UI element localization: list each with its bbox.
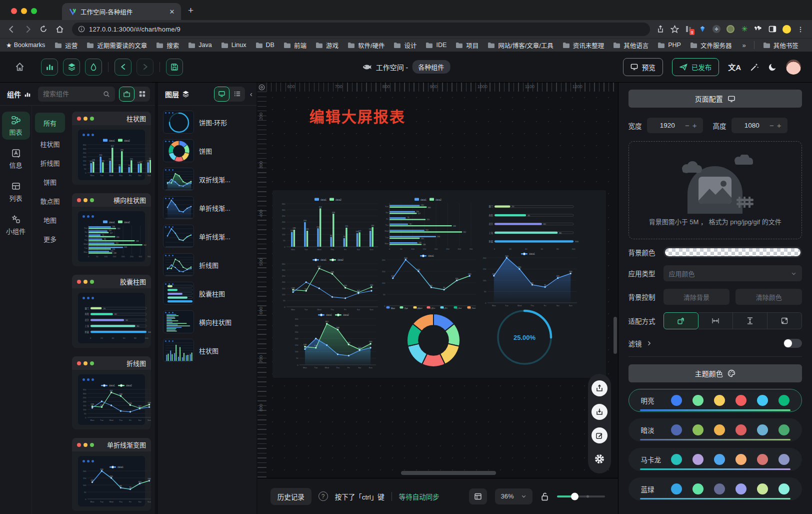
toggle-components-panel-button[interactable] (41, 59, 58, 76)
redo-button[interactable] (136, 59, 154, 76)
theme-color-dot[interactable] (692, 424, 704, 435)
theme-color-dot[interactable] (757, 454, 768, 465)
theme-color-dot[interactable] (778, 395, 790, 406)
dark-mode-moon-icon[interactable] (768, 63, 777, 72)
preview-pie-chart[interactable]: MonTueWedThuFriSatSun (380, 304, 486, 370)
bookmark-folder[interactable]: 项目 (451, 41, 483, 50)
preview-bar-chart[interactable]: data1data2050100150200250300350120138200… (280, 196, 380, 252)
help-icon[interactable]: ? (318, 491, 328, 501)
category-item[interactable]: 所有 (35, 113, 65, 133)
preview-line-chart[interactable]: data1data2050100150200250300350138130312… (280, 256, 380, 312)
width-minus-button[interactable]: − (684, 121, 691, 130)
theme-color-dot[interactable] (736, 483, 746, 494)
theme-color-dot[interactable] (671, 483, 682, 494)
preview-gradient-area-chart[interactable]: data10501001502001202001508070110130MonT… (480, 250, 578, 308)
theme-color-dot[interactable] (736, 454, 746, 465)
new-tab-button[interactable]: + (188, 5, 194, 16)
app-type-select[interactable]: 应用颜色 (664, 265, 802, 281)
layer-item[interactable]: 单折线渐... (163, 196, 252, 219)
dashboard-preview[interactable]: data1data2050100150200250300350120138200… (272, 190, 606, 378)
theme-color-dot[interactable] (757, 483, 768, 494)
side-panel-icon[interactable] (768, 25, 777, 34)
category-item[interactable]: 柱状图 (35, 136, 65, 152)
publish-button[interactable]: 已发布 (672, 58, 720, 76)
edit-icon[interactable] (592, 427, 608, 443)
layer-item[interactable]: 单折线渐... (163, 225, 252, 248)
toggle-settings-panel-button[interactable] (85, 59, 102, 76)
fit-stretch-button[interactable] (768, 312, 802, 329)
board-name-badge[interactable]: 各种组件 (412, 60, 450, 74)
preview-double-gradient-chart[interactable]: data1data2050100150200250300350138130312… (292, 311, 378, 370)
list-view-button[interactable] (230, 87, 245, 102)
page-config-header[interactable]: 页面配置 (628, 90, 802, 108)
ext-green-star-icon[interactable]: ✳ (740, 25, 749, 34)
theme-color-dot[interactable] (714, 395, 725, 406)
layout-preview-icon[interactable] (469, 488, 487, 504)
bookmark-folder[interactable]: 资讯未整理 (558, 41, 609, 50)
search-input[interactable] (43, 90, 100, 98)
theme-color-dot[interactable] (757, 395, 768, 406)
bookmark-folder[interactable]: PHP (653, 42, 686, 49)
category-item[interactable]: 饼图 (35, 174, 65, 190)
ext-circle-dark-icon[interactable]: ✣ (712, 25, 721, 34)
bookmark-folder[interactable]: IDE (421, 42, 451, 49)
width-stepper[interactable]: 1920 − + (647, 118, 703, 133)
zoom-slider-knob[interactable] (571, 492, 578, 500)
theme-color-dot[interactable] (714, 454, 725, 465)
bookmarks-label[interactable]: Bookmarks (14, 42, 46, 49)
preview-gradient-line-chart[interactable]: data10501001502001202001508070110130MonT… (380, 252, 478, 311)
settings-gear-icon[interactable] (592, 451, 608, 467)
grid-view-button[interactable] (134, 87, 150, 102)
bookmark-folder[interactable]: 运营 (50, 41, 82, 50)
close-window-button[interactable] (11, 8, 17, 14)
layer-item[interactable]: 胶囊柱图 (163, 282, 252, 305)
theme-color-dot[interactable] (714, 483, 725, 494)
bookmark-folder[interactable]: Java (184, 42, 216, 49)
category-item[interactable]: 散点图 (35, 193, 65, 209)
theme-color-dot[interactable] (671, 395, 682, 406)
zoom-slider[interactable] (557, 495, 605, 497)
bookmark-folder[interactable]: Linux (216, 42, 251, 49)
theme-color-dot[interactable] (692, 454, 704, 465)
bookmarks-overflow-chevron[interactable]: » (738, 42, 750, 49)
theme-color-dot[interactable] (736, 395, 746, 406)
preview-horizontal-bar-chart[interactable]: data1data2050100150200250300350Sun130160… (382, 196, 478, 252)
extensions-puzzle-icon[interactable] (754, 25, 763, 34)
background-upload-dropzone[interactable]: 背景图需小于 5M ， 格式为 png/jpg/gif 的文件 (628, 141, 802, 239)
bookmark-folder[interactable]: 搜索 (152, 41, 184, 50)
collapse-layers-icon[interactable]: ‹ (250, 90, 252, 98)
theme-color-dot[interactable] (778, 483, 790, 494)
rail-item-4[interactable]: 小组件 (2, 211, 30, 239)
undo-button[interactable] (114, 59, 132, 76)
minimize-window-button[interactable] (21, 8, 27, 14)
component-card[interactable]: 柱状图data1data2050100150200250300350120138… (72, 112, 151, 185)
bookmark-star-icon[interactable] (670, 25, 679, 34)
layer-item[interactable]: 双折线渐... (163, 168, 252, 191)
browser-tab[interactable]: 工作空间-各种组件 ✕ (62, 3, 181, 20)
preview-progress-ring[interactable]: 25.00% (494, 306, 556, 368)
category-item[interactable]: 折线图 (35, 155, 65, 171)
ruler-toggle-eye-icon[interactable] (258, 83, 266, 92)
rail-item-1[interactable]: 图表 (2, 112, 30, 140)
layer-item[interactable]: 饼图-环形 (163, 111, 252, 134)
magic-wand-icon[interactable] (750, 63, 759, 72)
theme-color-dot[interactable] (736, 424, 746, 435)
zoom-select[interactable]: 36% (495, 488, 532, 504)
ext-circle-olive-icon[interactable] (726, 25, 735, 34)
history-button[interactable]: 历史记录 (270, 488, 312, 505)
layer-item[interactable]: 柱状图 (163, 339, 252, 362)
layer-item[interactable]: 横向柱状图 (163, 310, 252, 333)
vertical-scrollbar[interactable] (614, 317, 617, 354)
language-switch-icon[interactable]: 文A (728, 62, 741, 72)
address-bar[interactable]: 127.0.0.1:3000/#/chart/home/9 (72, 23, 650, 36)
fit-height-button[interactable] (733, 312, 768, 329)
horizontal-scrollbar[interactable] (401, 471, 496, 475)
board-title-text[interactable]: 编辑大屏报表 (310, 105, 406, 127)
bookmark-folder[interactable]: 网站/博客/文章/工具 (483, 41, 558, 50)
clear-color-button[interactable]: 清除颜色 (736, 289, 802, 305)
ext-monitor-icon[interactable]: g (684, 25, 693, 34)
category-item[interactable]: 地图 (35, 212, 65, 228)
filter-toggle[interactable] (784, 339, 802, 348)
user-avatar[interactable] (786, 60, 801, 75)
theme-row-明亮[interactable]: 明亮 (628, 389, 802, 412)
